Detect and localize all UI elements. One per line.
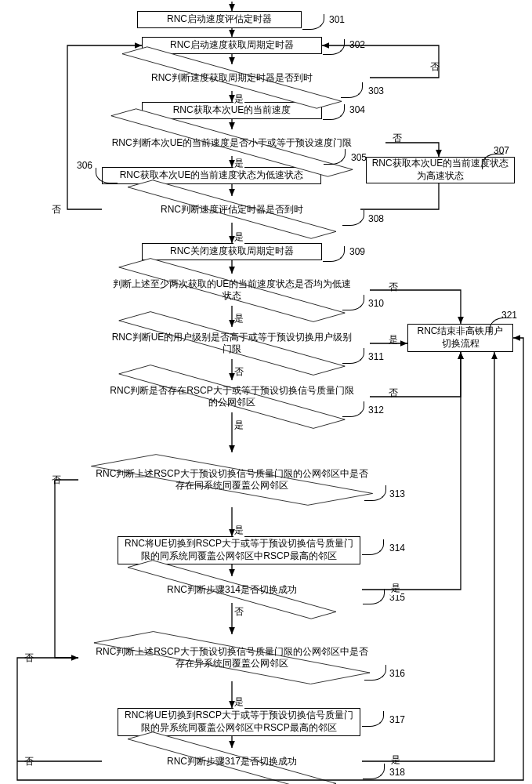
decision-318: RNC判断步骤317是否切换成功 xyxy=(102,743,362,779)
label-yes: 是 xyxy=(233,157,244,170)
label-yes: 是 xyxy=(233,695,244,709)
ref-curl xyxy=(363,764,385,779)
process-309: RNC关闭速度获取周期定时器 xyxy=(142,243,322,260)
ref-curl xyxy=(323,104,345,120)
label-no: 否 xyxy=(388,281,399,294)
ref-311: 311 xyxy=(368,351,384,362)
ref-318: 318 xyxy=(389,767,405,778)
label-yes: 是 xyxy=(233,93,244,106)
decision-308: RNC判断速度评估定时器是否到时 xyxy=(102,191,362,227)
ref-316: 316 xyxy=(389,668,405,679)
label-no: 否 xyxy=(429,60,440,74)
label-yes: 是 xyxy=(233,230,244,244)
ref-303: 303 xyxy=(368,85,384,96)
label-no: 否 xyxy=(233,605,244,619)
ref-curl xyxy=(324,149,346,165)
decision-303: RNC判断速度获取周期定时器是否到时 xyxy=(94,60,370,96)
decision-315: RNC判断步骤314是否切换成功 xyxy=(102,572,362,608)
decision-313: RNC判断上述RSCP大于预设切换信号质量门限的公网邻区中是否存在同系统同覆盖公… xyxy=(78,434,385,526)
process-302: RNC启动速度获取周期定时器 xyxy=(142,37,322,54)
ref-317: 317 xyxy=(389,714,405,725)
ref-310: 310 xyxy=(368,298,384,309)
ref-curl xyxy=(362,539,384,555)
ref-curl xyxy=(96,168,118,183)
label-yes: 是 xyxy=(390,753,401,767)
ref-curl xyxy=(341,82,363,98)
ref-313: 313 xyxy=(389,488,405,499)
ref-312: 312 xyxy=(368,405,384,416)
ref-curl xyxy=(302,14,324,30)
label-yes: 是 xyxy=(390,582,401,595)
label-yes: 是 xyxy=(233,524,244,537)
decision-310: 判断上述至少两次获取的UE的当前速度状态是否均为低速状态 xyxy=(94,267,370,313)
label-no: 否 xyxy=(51,203,62,216)
label-no: 否 xyxy=(388,387,399,400)
process-301: RNC启动速度评估定时器 xyxy=(137,11,302,28)
decision-312: RNC判断是否存在RSCP大于或等于预设切换信号质量门限的公网邻区 xyxy=(94,374,370,419)
ref-curl xyxy=(323,39,345,55)
ref-305: 305 xyxy=(351,152,367,163)
ref-308: 308 xyxy=(368,213,384,224)
ref-curl xyxy=(363,589,385,604)
ref-curl xyxy=(323,246,345,262)
ref-curl xyxy=(362,711,384,727)
label-no: 否 xyxy=(24,755,34,768)
label-no: 否 xyxy=(233,365,244,379)
process-304: RNC获取本次UE的当前速度 xyxy=(142,102,322,119)
label-yes: 是 xyxy=(233,312,244,325)
ref-309: 309 xyxy=(349,246,365,257)
process-306: RNC获取本次UE的当前速度状态为低速状态 xyxy=(102,167,321,184)
ref-314: 314 xyxy=(389,543,405,554)
label-yes: 是 xyxy=(388,333,399,347)
ref-curl xyxy=(490,318,512,333)
label-yes: 是 xyxy=(233,419,244,432)
ref-curl xyxy=(482,154,504,169)
ref-306: 306 xyxy=(77,160,92,171)
label-no: 否 xyxy=(24,652,34,665)
label-no: 否 xyxy=(51,474,62,487)
label-no: 否 xyxy=(392,132,403,145)
ref-302: 302 xyxy=(349,39,365,50)
ref-301: 301 xyxy=(329,14,345,25)
decision-311: RNC判断UE的用户级别是否高于或等于预设切换用户级别门限 xyxy=(94,321,370,366)
decision-316: RNC判断上述RSCP大于预设切换信号质量门限的公网邻区中是否存在异系统同覆盖公… xyxy=(78,615,385,700)
ref-304: 304 xyxy=(349,104,365,115)
